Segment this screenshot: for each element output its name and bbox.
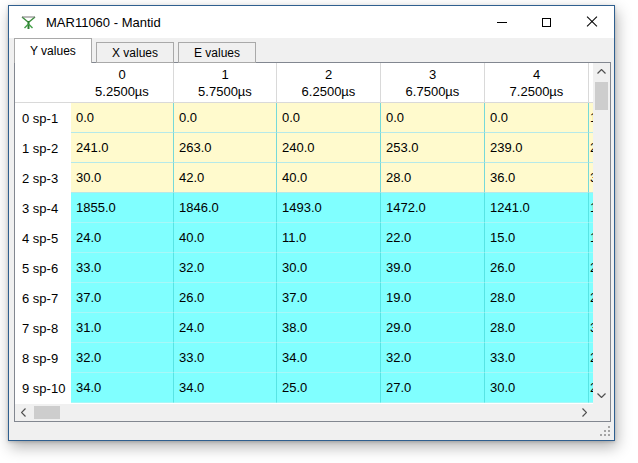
scroll-right-button[interactable] <box>576 404 593 421</box>
horizontal-scroll-thumb[interactable] <box>34 406 60 419</box>
tab-x-values[interactable]: X values <box>96 42 174 63</box>
row-header[interactable]: 4 sp-5 <box>15 223 71 253</box>
table-cell[interactable]: 39.0 <box>381 253 485 283</box>
table-cell[interactable]: 263.0 <box>174 133 277 163</box>
table-cell[interactable]: 0.0 <box>174 103 277 133</box>
table-cell[interactable]: 42.0 <box>174 163 277 193</box>
table-row: 0 sp-10.00.00.00.00.01 <box>15 103 593 133</box>
table-row: 1 sp-2241.0263.0240.0253.0239.02 <box>15 133 593 163</box>
column-bin-center: 7.2500µs <box>510 83 564 100</box>
table-cell[interactable]: 0.0 <box>71 103 174 133</box>
table-cell[interactable]: 1855.0 <box>71 193 174 223</box>
scroll-left-button[interactable] <box>15 404 32 421</box>
table-cell[interactable]: 1493.0 <box>277 193 381 223</box>
table-cell[interactable]: 33.0 <box>71 253 174 283</box>
table-cell[interactable]: 26.0 <box>174 283 277 313</box>
row-header[interactable]: 3 sp-4 <box>15 193 71 223</box>
scroll-down-button[interactable] <box>593 387 610 404</box>
horizontal-scrollbar[interactable] <box>15 404 593 421</box>
row-header[interactable]: 9 sp-10 <box>15 373 71 403</box>
table-cell[interactable]: 38.0 <box>277 313 381 343</box>
column-index: 1 <box>221 66 228 83</box>
table-cell[interactable]: 34.0 <box>174 373 277 403</box>
table-cell[interactable]: 28.0 <box>485 313 589 343</box>
table-cell[interactable]: 0.0 <box>277 103 381 133</box>
row-header[interactable]: 2 sp-3 <box>15 163 71 193</box>
table-cell[interactable]: 34.0 <box>277 343 381 373</box>
column-header[interactable]: 15.7500µs <box>174 63 277 103</box>
table-cell[interactable]: 1472.0 <box>381 193 485 223</box>
scroll-up-button[interactable] <box>593 63 610 80</box>
table-cell[interactable]: 37.0 <box>277 283 381 313</box>
table-cell[interactable]: 15.0 <box>485 223 589 253</box>
workspace-data-table: 05.2500µs15.7500µs26.2500µs36.7500µs47.2… <box>15 63 593 404</box>
table-cell[interactable]: 26.0 <box>485 253 589 283</box>
table-cell[interactable]: 239.0 <box>485 133 589 163</box>
table-cell[interactable]: 241.0 <box>71 133 174 163</box>
column-header[interactable]: 26.2500µs <box>277 63 381 103</box>
minimize-button[interactable] <box>479 6 524 38</box>
table-cell[interactable]: 22.0 <box>381 223 485 253</box>
table-cell[interactable]: 30.0 <box>485 373 589 403</box>
table-cell[interactable]: 1241.0 <box>485 193 589 223</box>
table-cell[interactable]: 24.0 <box>71 223 174 253</box>
chevron-down-icon <box>597 393 606 398</box>
scrollbar-corner <box>593 404 610 421</box>
column-header[interactable]: 47.2500µs <box>485 63 589 103</box>
table-row: 8 sp-932.033.034.032.033.02 <box>15 343 593 373</box>
table-row: 4 sp-524.040.011.022.015.01 <box>15 223 593 253</box>
close-button[interactable] <box>569 6 614 38</box>
vertical-scroll-thumb[interactable] <box>595 82 608 110</box>
column-header[interactable]: 36.7500µs <box>381 63 485 103</box>
table-cell[interactable]: 27.0 <box>381 373 485 403</box>
resize-grip-icon[interactable] <box>599 425 611 437</box>
column-header[interactable]: 05.2500µs <box>71 63 174 103</box>
titlebar[interactable]: MAR11060 - Mantid <box>9 6 614 38</box>
table-cell[interactable]: 40.0 <box>174 223 277 253</box>
table-cell[interactable]: 1846.0 <box>174 193 277 223</box>
tab-e-values[interactable]: E values <box>178 42 256 63</box>
table-cell[interactable]: 34.0 <box>71 373 174 403</box>
column-index: 0 <box>118 66 125 83</box>
table-cell[interactable]: 0.0 <box>381 103 485 133</box>
status-bar <box>9 422 614 440</box>
table-cell[interactable]: 28.0 <box>485 283 589 313</box>
table-cell[interactable]: 11.0 <box>277 223 381 253</box>
table-cell[interactable]: 31.0 <box>71 313 174 343</box>
table-header-row: 05.2500µs15.7500µs26.2500µs36.7500µs47.2… <box>15 63 593 103</box>
maximize-icon <box>542 18 551 27</box>
column-index: 2 <box>325 66 332 83</box>
row-header[interactable]: 0 sp-1 <box>15 103 71 133</box>
row-header[interactable]: 8 sp-9 <box>15 343 71 373</box>
column-bin-center: 6.2500µs <box>302 83 356 100</box>
table-cell[interactable]: 37.0 <box>71 283 174 313</box>
table-cell[interactable]: 33.0 <box>485 343 589 373</box>
table-cell[interactable]: 30.0 <box>71 163 174 193</box>
table-cell[interactable]: 36.0 <box>485 163 589 193</box>
column-index: 4 <box>533 66 540 83</box>
table-cell[interactable]: 33.0 <box>174 343 277 373</box>
table-cell[interactable]: 253.0 <box>381 133 485 163</box>
table-cell[interactable]: 32.0 <box>174 253 277 283</box>
vertical-scrollbar[interactable] <box>593 63 610 404</box>
table-cell[interactable]: 0.0 <box>485 103 589 133</box>
maximize-button[interactable] <box>524 6 569 38</box>
table-cell[interactable]: 28.0 <box>381 163 485 193</box>
table-cell[interactable]: 240.0 <box>277 133 381 163</box>
row-header[interactable]: 7 sp-8 <box>15 313 71 343</box>
corner-header-cell <box>15 63 71 103</box>
row-header[interactable]: 1 sp-2 <box>15 133 71 163</box>
row-header[interactable]: 5 sp-6 <box>15 253 71 283</box>
table-cell[interactable]: 30.0 <box>277 253 381 283</box>
table-cell[interactable]: 32.0 <box>71 343 174 373</box>
table-cell[interactable]: 29.0 <box>381 313 485 343</box>
table-cell[interactable]: 24.0 <box>174 313 277 343</box>
table-cell[interactable]: 19.0 <box>381 283 485 313</box>
table-cell[interactable]: 40.0 <box>277 163 381 193</box>
table-cell[interactable]: 25.0 <box>277 373 381 403</box>
tab-y-values[interactable]: Y values <box>14 38 92 63</box>
chevron-left-icon <box>21 408 26 417</box>
table-cell[interactable]: 32.0 <box>381 343 485 373</box>
row-header[interactable]: 6 sp-7 <box>15 283 71 313</box>
app-window: MAR11060 - Mantid Y values X values E va… <box>8 5 615 441</box>
